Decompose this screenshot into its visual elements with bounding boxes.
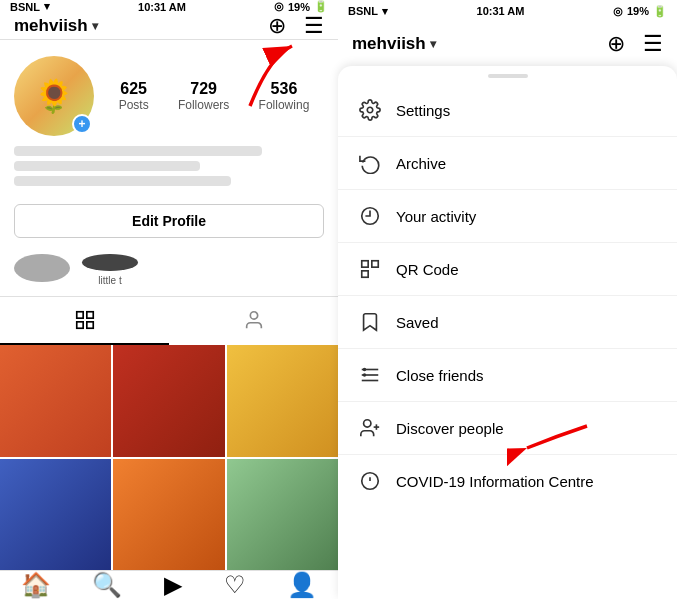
tab-grid[interactable] [0,297,169,345]
svg-rect-2 [86,312,92,318]
photo-cell-3[interactable] [227,345,338,456]
left-username-area[interactable]: mehviish ▾ [14,16,98,36]
left-profile-section: 🌻 + 625 Posts 729 Followers 536 Followin… [0,40,338,146]
tab-tagged[interactable] [169,297,338,345]
dropdown-menu: Settings Archive [338,66,677,599]
menu-item-close-friends[interactable]: Close friends [338,349,677,402]
menu-item-discover[interactable]: Discover people [338,402,677,455]
left-top-bar: mehviish ▾ ⊕ ☰ [0,13,338,40]
right-username-chevron: ▾ [430,37,436,51]
menu-covid-label: COVID-19 Information Centre [396,473,594,490]
photo-cell-6[interactable] [227,459,338,570]
left-username: mehviish [14,16,88,36]
left-battery-icon: 🔋 [314,0,328,13]
menu-item-archive[interactable]: Archive [338,137,677,190]
nav-search-icon[interactable]: 🔍 [92,571,122,599]
left-followers-count: 729 [190,80,217,98]
menu-item-settings[interactable]: Settings [338,84,677,137]
left-bio-placeholder [14,146,324,186]
menu-item-activity[interactable]: Your activity [338,190,677,243]
right-battery: 19% [627,5,649,17]
right-top-bar: mehviish ▾ ⊕ ☰ [338,22,677,66]
right-hamburger-menu-icon[interactable]: ☰ [643,31,663,57]
left-following-count: 536 [271,80,298,98]
svg-point-23 [364,420,371,427]
left-time: 10:31 AM [138,1,186,13]
bio-line-1 [14,146,262,156]
left-bio-section [0,146,338,196]
photo-cell-1[interactable] [0,345,111,456]
archive-icon [358,151,382,175]
svg-rect-11 [362,271,368,277]
close-friends-icon [358,363,382,387]
menu-settings-label: Settings [396,102,450,119]
activity-icon [358,204,382,228]
menu-qr-label: QR Code [396,261,459,278]
add-post-icon[interactable]: ⊕ [268,13,286,39]
left-carrier: BSNL [10,1,40,13]
menu-close-friends-label: Close friends [396,367,484,384]
left-status-bar: BSNL ▾ 10:31 AM ◎ 19% 🔋 [0,0,338,13]
photo-cell-5[interactable] [113,459,224,570]
right-wifi-icon: ▾ [382,5,388,18]
menu-item-saved[interactable]: Saved [338,296,677,349]
left-photo-grid [0,345,338,570]
right-status-bar: BSNL ▾ 10:31 AM ◎ 19% 🔋 [338,0,677,22]
left-battery: 19% [288,1,310,13]
right-status-left: BSNL ▾ [348,5,388,18]
right-add-post-icon[interactable]: ⊕ [607,31,625,57]
highlight-item-2[interactable]: little t [82,254,138,286]
svg-rect-1 [76,312,82,318]
svg-rect-4 [86,322,92,328]
right-panel: BSNL ▾ 10:31 AM ◎ 19% 🔋 mehviish ▾ ⊕ ☰ 🌻… [338,0,677,599]
left-wifi-icon: ▾ [44,0,50,13]
svg-point-6 [367,107,373,113]
dropdown-overlay: Settings Archive [338,66,677,599]
svg-point-21 [364,369,366,371]
menu-item-qr[interactable]: QR Code [338,243,677,296]
right-top-icons: ⊕ ☰ [607,31,663,57]
covid-icon [358,469,382,493]
left-stat-posts: 625 Posts [119,80,149,112]
left-bottom-nav: 🏠 🔍 ▶ ♡ 👤 [0,570,338,599]
highlight-label-2: little t [98,275,121,286]
qr-icon [358,257,382,281]
left-add-story-badge[interactable]: + [72,114,92,134]
svg-point-22 [364,374,366,376]
nav-home-icon[interactable]: 🏠 [21,571,51,599]
left-stats-row: 625 Posts 729 Followers 536 Following [104,80,324,112]
saved-icon [358,310,382,334]
discover-icon [358,416,382,440]
photo-cell-2[interactable] [113,345,224,456]
nav-heart-icon[interactable]: ♡ [224,571,246,599]
highlight-circle-2 [82,254,138,271]
svg-rect-3 [76,322,82,328]
left-highlights-section: little t [0,248,338,292]
edit-profile-button[interactable]: Edit Profile [14,204,324,238]
highlight-item-1[interactable] [14,254,70,286]
left-status-right: ◎ 19% 🔋 [274,0,328,13]
nav-profile-icon[interactable]: 👤 [287,571,317,599]
hamburger-menu-icon[interactable]: ☰ [304,13,324,39]
menu-archive-label: Archive [396,155,446,172]
menu-saved-label: Saved [396,314,439,331]
right-username-area[interactable]: mehviish ▾ [352,34,436,54]
left-following-label: Following [259,98,310,112]
highlight-circle-1 [14,254,70,282]
menu-activity-label: Your activity [396,208,476,225]
left-location-icon: ◎ [274,0,284,13]
left-stat-followers: 729 Followers [178,80,229,112]
right-carrier: BSNL [348,5,378,17]
right-location-icon: ◎ [613,5,623,18]
svg-point-5 [250,312,257,319]
right-username: mehviish [352,34,426,54]
photo-cell-4[interactable] [0,459,111,570]
svg-rect-10 [372,261,378,267]
menu-item-covid[interactable]: COVID-19 Information Centre [338,455,677,507]
nav-reels-icon[interactable]: ▶ [164,571,182,599]
left-status-left: BSNL ▾ [10,0,50,13]
left-avatar-container: 🌻 + [14,56,94,136]
right-battery-icon: 🔋 [653,5,667,18]
left-posts-count: 625 [120,80,147,98]
left-tab-row [0,296,338,345]
